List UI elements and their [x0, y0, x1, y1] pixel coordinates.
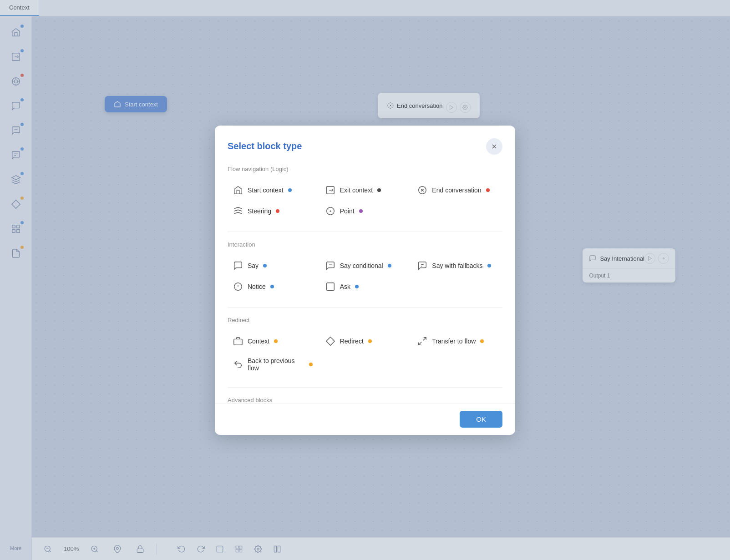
transfer-icon: [417, 336, 427, 346]
svg-point-49: [330, 211, 331, 212]
status-dot: [309, 363, 313, 366]
block-label: Redirect: [340, 338, 364, 345]
say-fallbacks-icon: [417, 261, 427, 271]
block-label: Say: [248, 262, 259, 269]
block-label: Say conditional: [340, 262, 383, 269]
block-label: Notice: [248, 283, 266, 290]
status-dot: [368, 339, 372, 343]
context-icon: [233, 336, 243, 346]
block-ask[interactable]: Ask: [320, 277, 411, 296]
block-context[interactable]: Context: [228, 332, 318, 351]
block-transfer-to-flow[interactable]: Transfer to flow: [412, 332, 502, 351]
block-label: Say with fallbacks: [432, 262, 482, 269]
circle-x-icon: [417, 185, 427, 195]
section-divider-1: [228, 232, 502, 232]
status-dot: [480, 339, 484, 343]
status-dot: [288, 188, 292, 192]
modal-title: Select block type: [228, 141, 302, 151]
block-start-context[interactable]: Start context: [228, 181, 318, 200]
block-notice[interactable]: Notice: [228, 277, 318, 296]
modal-header: Select block type: [215, 126, 515, 162]
block-label: Context: [248, 338, 269, 345]
redirect-icon: [325, 336, 335, 346]
modal-footer: OK: [215, 403, 515, 435]
block-label: Ask: [340, 283, 350, 290]
block-say-conditional[interactable]: Say conditional: [320, 256, 411, 275]
modal-close-button[interactable]: [486, 138, 502, 155]
block-label: Back to previous flow: [248, 357, 304, 372]
steering-icon: [233, 206, 243, 216]
block-point[interactable]: Point: [320, 202, 411, 221]
svg-marker-58: [326, 337, 334, 345]
section-divider-2: [228, 307, 502, 308]
block-label: Transfer to flow: [432, 338, 476, 345]
modal-body: Flow navigation (Logic) Start context Ex…: [215, 162, 515, 403]
redirect-grid: Context Redirect Transfer to flow Back t…: [228, 332, 502, 376]
block-say[interactable]: Say: [228, 256, 318, 275]
block-steering[interactable]: Steering: [228, 202, 318, 221]
svg-rect-56: [326, 283, 334, 290]
svg-rect-57: [234, 339, 242, 345]
block-say-fallbacks[interactable]: Say with fallbacks: [412, 256, 502, 275]
block-back-to-previous-flow[interactable]: Back to previous flow: [228, 353, 318, 376]
status-dot: [263, 264, 267, 267]
select-block-modal: Select block type Flow navigation (Logic…: [215, 126, 515, 435]
block-label: Steering: [248, 207, 271, 215]
point-icon: [325, 206, 335, 216]
section-divider-3: [228, 387, 502, 388]
say-icon: [233, 261, 243, 271]
section-interaction-title: Interaction: [228, 241, 502, 248]
say-conditional-icon: [325, 261, 335, 271]
status-dot: [487, 264, 491, 267]
interaction-grid: Say Say conditional Say with fallbacks N…: [228, 256, 502, 296]
section-advanced-title: Advanced blocks: [228, 397, 502, 403]
block-redirect[interactable]: Redirect: [320, 332, 411, 351]
ask-icon: [325, 282, 335, 292]
block-exit-context[interactable]: Exit context: [320, 181, 411, 200]
status-dot: [486, 188, 490, 192]
notice-icon: [233, 282, 243, 292]
status-dot: [276, 209, 279, 213]
section-redirect-title: Redirect: [228, 317, 502, 323]
block-label: Start context: [248, 187, 284, 194]
status-dot: [377, 188, 381, 192]
status-dot: [355, 285, 359, 288]
status-dot: [274, 339, 278, 343]
modal-overlay[interactable]: Select block type Flow navigation (Logic…: [0, 0, 730, 560]
block-label: End conversation: [432, 187, 481, 194]
flow-nav-grid: Start context Exit context End conversat…: [228, 181, 502, 221]
home-icon: [233, 185, 243, 195]
ok-button[interactable]: OK: [460, 411, 502, 428]
exit-icon: [325, 185, 335, 195]
status-dot: [270, 285, 274, 288]
status-dot: [359, 209, 363, 213]
block-label: Exit context: [340, 187, 373, 194]
block-end-conversation[interactable]: End conversation: [412, 181, 502, 200]
section-flow-nav-title: Flow navigation (Logic): [228, 166, 502, 172]
back-icon: [233, 359, 243, 369]
status-dot: [388, 264, 391, 267]
block-label: Point: [340, 207, 355, 215]
